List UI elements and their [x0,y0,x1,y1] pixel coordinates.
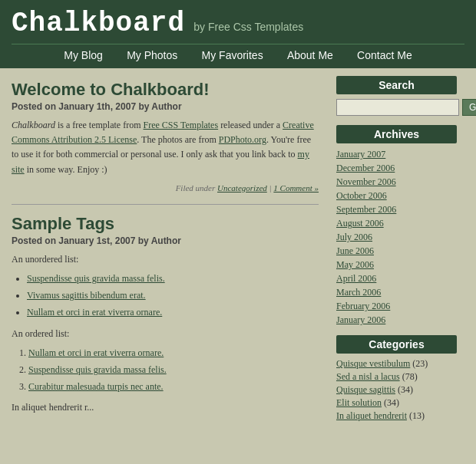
category-uncategorized[interactable]: Uncategorized [217,183,267,193]
ol-item-1: Nullam et orci in erat viverra ornare. [28,346,319,360]
archives-heading: Archives [336,125,457,143]
nav-my-blog[interactable]: My Blog [64,49,103,61]
archive-link[interactable]: March 2006 [336,287,381,298]
site-title: Chalkboard [12,8,185,39]
archive-item: July 2006 [336,231,457,243]
archive-item: February 2006 [336,300,457,312]
post-meta-sample: Posted on January 1st, 2007 by Author [12,235,319,246]
archive-item: October 2006 [336,189,457,202]
chalkboard-em: Chalkboard [12,120,55,130]
category-item: Sed a nisl a lacus (78) [336,371,457,383]
ol-link-3[interactable]: Curabitur malesuada turpis nec ante. [28,381,164,392]
archive-link[interactable]: January 2006 [336,314,385,325]
category-item: Elit solution (34) [336,397,457,409]
nav-contact-me[interactable]: Contact Me [357,49,412,61]
sidebar: Search Go Archives January 2007December … [330,68,464,439]
content-wrapper: Welcome to Chalkboard! Posted on January… [0,68,476,439]
list-link-3[interactable]: Nullam et orci in erat viverra ornare. [27,307,162,318]
category-link[interactable]: In aliquet hendrerit [336,410,407,421]
in-aliquet: In aliquet hendrerit r... [12,400,319,415]
post-body-welcome: Chalkboard is a free template from Free … [12,118,319,177]
archive-item: January 2007 [336,148,457,160]
archive-item: August 2006 [336,217,457,229]
unordered-list: Suspendisse quis gravida massa felis. Vi… [27,271,319,321]
ol-item-3: Curabitur malesuada turpis nec ante. [28,380,319,394]
archive-link[interactable]: April 2006 [336,273,376,284]
ol-link-1[interactable]: Nullam et orci in erat viverra ornare. [28,347,164,358]
post-welcome: Welcome to Chalkboard! Posted on January… [12,80,319,193]
free-css-link[interactable]: Free CSS Templates [144,120,219,130]
my-site-link[interactable]: my site [12,149,309,174]
main-nav: My Blog My Photos My Favorites About Me … [12,44,464,68]
archive-link[interactable]: August 2006 [336,218,384,229]
ol-item-2: Suspendisse quis gravida massa felis. [28,363,319,377]
archive-link[interactable]: May 2006 [336,259,374,270]
category-link[interactable]: Quisque sagittis [336,384,395,395]
list-link-2[interactable]: Vivamus sagittis bibendum erat. [27,290,146,301]
archive-item: December 2006 [336,162,457,174]
category-item: Quisque vestibulum (23) [336,358,457,370]
list-item-2: Vivamus sagittis bibendum erat. [27,288,319,303]
search-section: Search Go [336,76,457,116]
archive-link[interactable]: November 2006 [336,176,396,187]
archive-list: January 2007December 2006November 2006Oc… [336,148,457,326]
post-title-sample: Sample Tags [12,214,319,234]
search-input[interactable] [336,99,459,116]
archive-link[interactable]: February 2006 [336,301,390,311]
nav-about-me[interactable]: About Me [287,49,333,61]
nav-my-favorites[interactable]: My Favorites [202,49,263,61]
archive-link[interactable]: July 2006 [336,232,372,242]
ol-link-2[interactable]: Suspendisse quis gravida massa felis. [28,364,167,375]
archive-item: March 2006 [336,286,457,298]
category-item: In aliquet hendrerit (13) [336,410,457,422]
pdphoto-link[interactable]: PDPhoto.org [219,134,266,145]
categories-list: Quisque vestibulum (23)Sed a nisl a lacu… [336,358,457,422]
ordered-list: Nullam et orci in erat viverra ornare. S… [28,346,319,395]
archive-item: January 2006 [336,314,457,326]
search-heading: Search [336,76,457,94]
categories-section: Categories Quisque vestibulum (23)Sed a … [336,335,457,422]
category-link[interactable]: Sed a nisl a lacus [336,371,400,382]
post-sample-tags: Sample Tags Posted on January 1st, 2007 … [12,214,319,416]
list-item-3: Nullam et orci in erat viverra ornare. [27,305,319,320]
category-item: Quisque sagittis (34) [336,384,457,396]
categories-heading: Categories [336,335,457,354]
comments-link[interactable]: 1 Comment » [273,183,319,193]
archive-link[interactable]: January 2007 [336,149,385,160]
archive-link[interactable]: September 2006 [336,204,396,215]
archive-item: November 2006 [336,176,457,188]
archive-item: June 2006 [336,245,457,257]
site-header: Chalkboard by Free Css Templates My Blog… [0,0,476,68]
archive-item: April 2006 [336,272,457,285]
category-link[interactable]: Elit solution [336,397,382,408]
post-title-welcome: Welcome to Chalkboard! [12,80,319,100]
post-body-p1: Chalkboard is a free template from Free … [12,118,319,177]
archive-link[interactable]: December 2006 [336,163,395,173]
post-body-sample: An unordered list: Suspendisse quis grav… [12,252,319,416]
archives-section: Archives January 2007December 2006Novemb… [336,125,457,326]
archive-item: September 2006 [336,203,457,216]
site-tagline: by Free Css Templates [193,21,303,33]
category-link[interactable]: Quisque vestibulum [336,358,410,369]
nav-my-photos[interactable]: My Photos [127,49,177,61]
list-item-1: Suspendisse quis gravida massa felis. [27,271,319,286]
post-meta-welcome: Posted on January 1th, 2007 by Author [12,101,319,112]
archive-item: May 2006 [336,258,457,271]
unordered-intro: An unordered list: [12,252,319,267]
post-divider [12,204,319,205]
search-box: Go [336,99,457,116]
main-content: Welcome to Chalkboard! Posted on January… [0,68,330,439]
archive-link[interactable]: June 2006 [336,245,374,256]
ordered-intro: An ordered list: [12,327,319,341]
search-button[interactable]: Go [462,99,476,116]
list-link-1[interactable]: Suspendisse quis gravida massa felis. [27,273,165,284]
post-footer-welcome: Filed under Uncategorized | 1 Comment » [12,183,319,193]
archive-link[interactable]: October 2006 [336,190,387,201]
